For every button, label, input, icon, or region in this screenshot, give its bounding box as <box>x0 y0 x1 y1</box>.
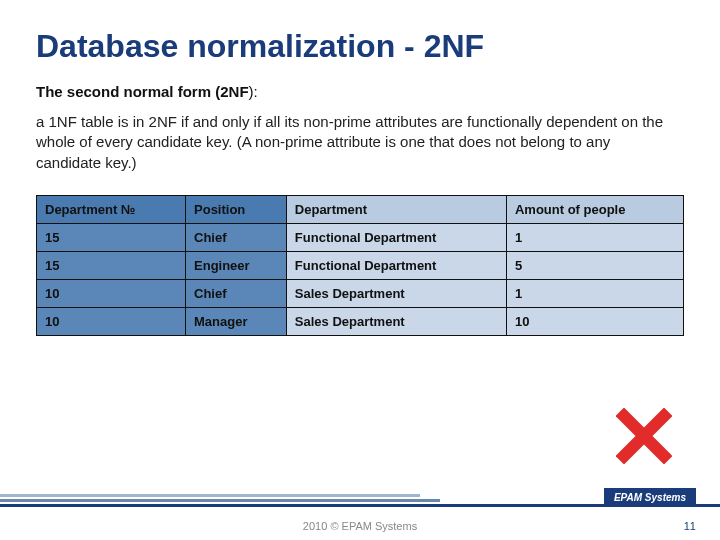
th-department: Department <box>286 195 506 223</box>
page-title: Database normalization - 2NF <box>36 28 684 65</box>
cell: 10 <box>37 307 186 335</box>
th-position: Position <box>186 195 287 223</box>
cell: Sales Department <box>286 279 506 307</box>
table-row: 10 Manager Sales Department 10 <box>37 307 684 335</box>
epam-badge: EPAM Systems <box>604 488 696 507</box>
cell: 10 <box>506 307 683 335</box>
cell: Chief <box>186 223 287 251</box>
subtitle-bold: 2NF <box>220 83 248 100</box>
cell: 1 <box>506 223 683 251</box>
copyright-text: 2010 © EPAM Systems <box>0 520 720 532</box>
cell: Sales Department <box>286 307 506 335</box>
table-row: 15 Chief Functional Department 1 <box>37 223 684 251</box>
cell: Functional Department <box>286 251 506 279</box>
table-header-row: Department № Position Department Amount … <box>37 195 684 223</box>
cell: 15 <box>37 223 186 251</box>
cell: 5 <box>506 251 683 279</box>
cell: 1 <box>506 279 683 307</box>
subtitle-suffix: ): <box>249 83 258 100</box>
slide-footer: EPAM Systems 2010 © EPAM Systems 11 <box>0 488 720 540</box>
table-row: 15 Engineer Functional Department 5 <box>37 251 684 279</box>
cell: Manager <box>186 307 287 335</box>
subtitle-prefix: The second normal form ( <box>36 83 220 100</box>
cell: Engineer <box>186 251 287 279</box>
page-number: 11 <box>684 520 696 532</box>
cell: Functional Department <box>286 223 506 251</box>
body-text: a 1NF table is in 2NF if and only if all… <box>36 112 676 173</box>
example-table: Department № Position Department Amount … <box>36 195 684 336</box>
th-amount-of-people: Amount of people <box>506 195 683 223</box>
cell: 15 <box>37 251 186 279</box>
cross-icon <box>616 408 672 468</box>
cell: 10 <box>37 279 186 307</box>
th-department-no: Department № <box>37 195 186 223</box>
table-row: 10 Chief Sales Department 1 <box>37 279 684 307</box>
cell: Chief <box>186 279 287 307</box>
subtitle: The second normal form (2NF): <box>36 83 684 100</box>
